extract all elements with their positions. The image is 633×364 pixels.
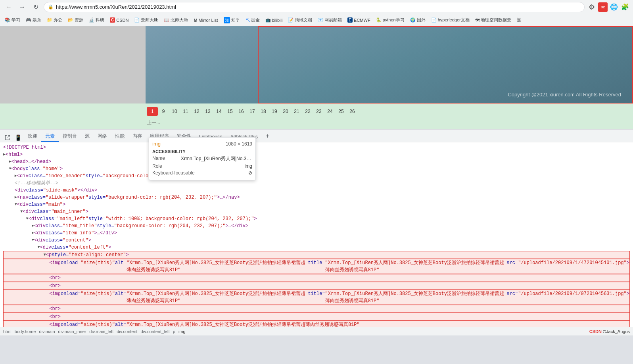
page-num-14[interactable]: 14 [213,107,224,116]
bookmark-beishi[interactable]: 📖 北师大lib [161,16,190,24]
bookmark-ziyuan[interactable]: 📂 资源 [65,16,86,24]
bookmark-icon: 🐍 [376,17,382,23]
code-line-item-title: ▶ <div class= "item_title" style= "backg… [3,222,630,230]
inspect-element-button[interactable] [3,133,12,142]
bookmark-yule[interactable]: 🎮 娱乐 [23,16,44,24]
bookmark-mirror[interactable]: M Mirror List [191,17,220,23]
bookmark-ecmwf[interactable]: E ECMWF [345,17,372,23]
refresh-button[interactable]: ↻ [30,2,41,13]
page-num-21[interactable]: 21 [291,107,302,116]
code-line-img1-selected: <img onload= "size(this)" alt= "Xrmn.Top… [3,259,630,274]
code-line-content-left[interactable]: ▼ <div class= "content_left" > [3,244,630,251]
extension-icon-3[interactable]: 🌐 [609,2,619,12]
breadcrumb-contentleft[interactable]: div.content_left [141,329,170,334]
code-line-html[interactable]: ▶ <html> [3,151,630,158]
extension-icon-1[interactable]: ⚙ [587,2,597,12]
page-num-19[interactable]: 19 [269,107,280,116]
page-num-17[interactable]: 17 [247,107,258,116]
page-num-20[interactable]: 20 [280,107,291,116]
bookmark-python[interactable]: 🐍 python学习 [374,16,407,24]
code-tag: > [627,259,629,266]
tab-sources[interactable]: 源 [81,131,94,142]
code-attr-val: "index_header" [46,172,86,180]
tab-memory[interactable]: 内存 [129,131,146,142]
breadcrumb-content[interactable]: div.content [117,329,137,334]
bookmark-geocloud[interactable]: 🗺 地理空间数据云 [473,16,514,24]
page-num-23[interactable]: 23 [313,107,324,116]
bookmark-yao[interactable]: 遥 [514,16,524,24]
address-bar[interactable]: 🔒 https://www.xrmn5.com/XiuRen/2021/2021… [44,2,585,12]
bookmark-bangong[interactable]: 📁 办公 [44,16,65,24]
code-attr-val: "main_inner" [51,208,85,215]
page-num-10[interactable]: 10 [169,107,180,116]
bookmark-xuexi[interactable]: 📚 学习 [2,16,23,24]
page-num-24[interactable]: 24 [324,107,336,116]
code-tag: <div [17,201,29,208]
code-tag: <img [49,321,61,327]
page-num-16[interactable]: 16 [236,107,247,116]
bookmark-keyan[interactable]: 🔬 科研 [86,16,107,24]
breadcrumb-body[interactable]: body.home [15,329,36,334]
bookmark-yunshi[interactable]: 📄 云师大lib [132,16,161,24]
tab-elements[interactable]: 元素 [41,131,59,142]
code-line-body[interactable]: ▼ <body class= "home" > [3,165,630,172]
page-num-1[interactable]: 1 [147,107,158,116]
code-attr-val: "Xrmn.Top_[XiuRen秀人网]No.3825_女神芝芝Booty泛浙… [325,290,507,305]
bookmark-wangyi[interactable]: 📧 网易邮箱 [315,16,344,24]
code-line-main-left[interactable]: ▼ <div class= "main_left" style= "width:… [3,215,630,222]
device-toolbar-button[interactable]: 📱 [13,133,22,142]
tooltip-name-value: Xrmn.Top_[XiuRen秀人网]No.3825_女神... [181,155,252,162]
tab-network[interactable]: 网络 [94,131,111,142]
code-attr: style= [86,172,103,180]
breadcrumb-img: img [178,329,186,334]
back-button[interactable]: ← [3,2,14,13]
forward-button[interactable]: → [17,2,28,13]
tab-performance[interactable]: 性能 [111,131,129,142]
bookmark-zhihu[interactable]: 知 知乎 [221,16,242,24]
tab-welcome[interactable]: 欢迎 [24,131,41,142]
page-num-11[interactable]: 11 [180,107,191,116]
code-tag: <nav [17,194,29,201]
page-num-12[interactable]: 12 [191,107,202,116]
tab-add[interactable]: + [262,131,273,142]
bookmark-juejin[interactable]: ⛏ 掘金 [243,16,262,24]
code-attr: class= [34,208,51,215]
bookmark-csdn[interactable]: C CSDN [107,17,131,23]
bookmark-bilibili[interactable]: 📺 bilibili [263,17,285,23]
code-line-p-selected[interactable]: ▼ <p style= "text-align: center" > [3,251,630,259]
page-num-13[interactable]: 13 [202,107,213,116]
code-line-img3-selected: <img onload= "size(this)" alt= "Xrmn.Top… [3,321,630,327]
breadcrumb-divmain[interactable]: div.main [39,329,55,334]
page-num-26[interactable]: 26 [347,107,358,116]
code-attr: class= [25,165,42,172]
code-line-main[interactable]: ▼ <div class= "main" > [3,201,630,208]
code-tag: <br> [49,313,61,320]
code-line-content[interactable]: ▼ <div class= "content" > [3,237,630,244]
code-line-br3: <br> [3,305,630,313]
bookmark-hyperledger[interactable]: 📄 hyperledger文档 [429,16,472,24]
bookmark-tengxun[interactable]: 📝 腾讯文档 [286,16,315,24]
breadcrumb-p[interactable]: p [173,329,175,334]
page-num-9[interactable]: 9 [158,107,169,116]
extension-icon-2[interactable]: 32 [598,2,608,12]
tooltip-role-label: Role [152,163,162,169]
code-tag: <div [29,215,40,222]
code-tag: > [86,208,88,215]
code-tag: > [627,290,629,297]
code-line-main-inner[interactable]: ▼ <div class= "main_inner" > [3,208,630,215]
page-num-15[interactable]: 15 [224,107,236,116]
breadcrumb-maininner[interactable]: div.main_inner [58,329,86,334]
bookmark-icon: 📺 [265,17,271,23]
breadcrumb-mainleft[interactable]: div.main_left [89,329,113,334]
page-num-22[interactable]: 22 [302,107,313,116]
breadcrumb-html[interactable]: html [3,329,12,334]
code-tag: <div [15,187,26,194]
page-num-25[interactable]: 25 [336,107,347,116]
page-num-18[interactable]: 18 [258,107,269,116]
code-attr: class= [46,230,63,237]
extension-icon-4[interactable]: 🧩 [620,2,630,12]
tab-console[interactable]: 控制台 [59,131,81,142]
bookmark-label: 科研 [96,17,104,23]
bookmark-foreign[interactable]: 🌍 国外 [408,16,428,24]
html-code-panel: <!DOCTYPE html> ▶ <html> ▶ <head> … </he… [0,142,633,327]
